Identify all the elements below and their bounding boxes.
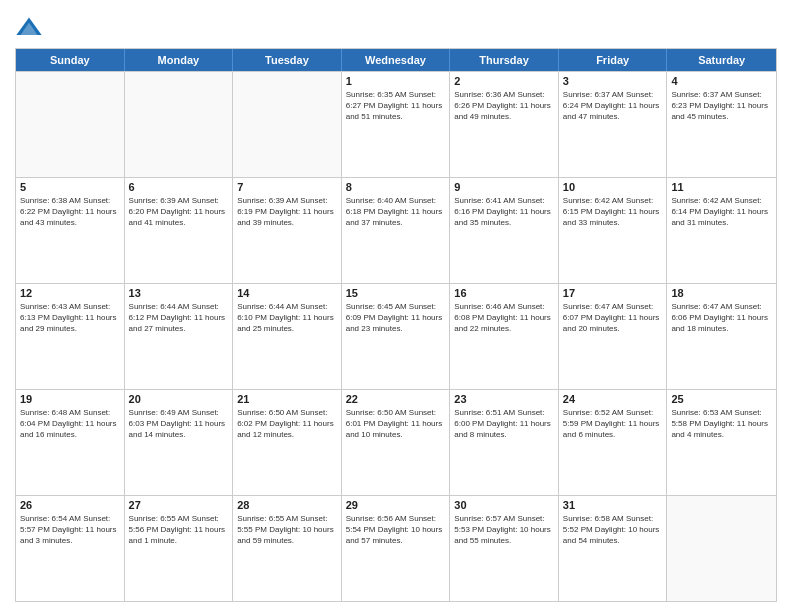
day-number: 1 bbox=[346, 75, 446, 87]
day-number: 4 bbox=[671, 75, 772, 87]
header-day-tuesday: Tuesday bbox=[233, 49, 342, 71]
day-number: 9 bbox=[454, 181, 554, 193]
day-number: 19 bbox=[20, 393, 120, 405]
day-cell-4: 4Sunrise: 6:37 AM Sunset: 6:23 PM Daylig… bbox=[667, 72, 776, 177]
logo-icon bbox=[15, 14, 43, 42]
day-cell-23: 23Sunrise: 6:51 AM Sunset: 6:00 PM Dayli… bbox=[450, 390, 559, 495]
day-number: 17 bbox=[563, 287, 663, 299]
day-info: Sunrise: 6:36 AM Sunset: 6:26 PM Dayligh… bbox=[454, 89, 554, 123]
header-day-saturday: Saturday bbox=[667, 49, 776, 71]
day-cell-22: 22Sunrise: 6:50 AM Sunset: 6:01 PM Dayli… bbox=[342, 390, 451, 495]
day-info: Sunrise: 6:50 AM Sunset: 6:01 PM Dayligh… bbox=[346, 407, 446, 441]
day-cell-17: 17Sunrise: 6:47 AM Sunset: 6:07 PM Dayli… bbox=[559, 284, 668, 389]
day-cell-31: 31Sunrise: 6:58 AM Sunset: 5:52 PM Dayli… bbox=[559, 496, 668, 601]
day-info: Sunrise: 6:39 AM Sunset: 6:20 PM Dayligh… bbox=[129, 195, 229, 229]
day-number: 30 bbox=[454, 499, 554, 511]
day-number: 13 bbox=[129, 287, 229, 299]
day-info: Sunrise: 6:42 AM Sunset: 6:15 PM Dayligh… bbox=[563, 195, 663, 229]
day-cell-8: 8Sunrise: 6:40 AM Sunset: 6:18 PM Daylig… bbox=[342, 178, 451, 283]
header bbox=[15, 10, 777, 42]
day-info: Sunrise: 6:39 AM Sunset: 6:19 PM Dayligh… bbox=[237, 195, 337, 229]
day-info: Sunrise: 6:37 AM Sunset: 6:24 PM Dayligh… bbox=[563, 89, 663, 123]
calendar-body: 1Sunrise: 6:35 AM Sunset: 6:27 PM Daylig… bbox=[16, 71, 776, 601]
day-info: Sunrise: 6:58 AM Sunset: 5:52 PM Dayligh… bbox=[563, 513, 663, 547]
day-cell-1: 1Sunrise: 6:35 AM Sunset: 6:27 PM Daylig… bbox=[342, 72, 451, 177]
day-info: Sunrise: 6:50 AM Sunset: 6:02 PM Dayligh… bbox=[237, 407, 337, 441]
header-day-wednesday: Wednesday bbox=[342, 49, 451, 71]
day-info: Sunrise: 6:47 AM Sunset: 6:07 PM Dayligh… bbox=[563, 301, 663, 335]
day-info: Sunrise: 6:44 AM Sunset: 6:12 PM Dayligh… bbox=[129, 301, 229, 335]
day-number: 29 bbox=[346, 499, 446, 511]
day-cell-27: 27Sunrise: 6:55 AM Sunset: 5:56 PM Dayli… bbox=[125, 496, 234, 601]
day-number: 8 bbox=[346, 181, 446, 193]
day-cell-25: 25Sunrise: 6:53 AM Sunset: 5:58 PM Dayli… bbox=[667, 390, 776, 495]
calendar-week-5: 26Sunrise: 6:54 AM Sunset: 5:57 PM Dayli… bbox=[16, 495, 776, 601]
day-cell-12: 12Sunrise: 6:43 AM Sunset: 6:13 PM Dayli… bbox=[16, 284, 125, 389]
day-info: Sunrise: 6:47 AM Sunset: 6:06 PM Dayligh… bbox=[671, 301, 772, 335]
day-number: 26 bbox=[20, 499, 120, 511]
day-info: Sunrise: 6:48 AM Sunset: 6:04 PM Dayligh… bbox=[20, 407, 120, 441]
day-cell-10: 10Sunrise: 6:42 AM Sunset: 6:15 PM Dayli… bbox=[559, 178, 668, 283]
day-cell-29: 29Sunrise: 6:56 AM Sunset: 5:54 PM Dayli… bbox=[342, 496, 451, 601]
day-info: Sunrise: 6:35 AM Sunset: 6:27 PM Dayligh… bbox=[346, 89, 446, 123]
day-cell-2: 2Sunrise: 6:36 AM Sunset: 6:26 PM Daylig… bbox=[450, 72, 559, 177]
day-number: 14 bbox=[237, 287, 337, 299]
calendar-week-4: 19Sunrise: 6:48 AM Sunset: 6:04 PM Dayli… bbox=[16, 389, 776, 495]
day-number: 28 bbox=[237, 499, 337, 511]
day-info: Sunrise: 6:40 AM Sunset: 6:18 PM Dayligh… bbox=[346, 195, 446, 229]
day-cell-9: 9Sunrise: 6:41 AM Sunset: 6:16 PM Daylig… bbox=[450, 178, 559, 283]
day-number: 22 bbox=[346, 393, 446, 405]
day-cell-16: 16Sunrise: 6:46 AM Sunset: 6:08 PM Dayli… bbox=[450, 284, 559, 389]
calendar-header: SundayMondayTuesdayWednesdayThursdayFrid… bbox=[16, 49, 776, 71]
day-number: 5 bbox=[20, 181, 120, 193]
day-cell-18: 18Sunrise: 6:47 AM Sunset: 6:06 PM Dayli… bbox=[667, 284, 776, 389]
calendar-week-2: 5Sunrise: 6:38 AM Sunset: 6:22 PM Daylig… bbox=[16, 177, 776, 283]
day-number: 6 bbox=[129, 181, 229, 193]
day-cell-15: 15Sunrise: 6:45 AM Sunset: 6:09 PM Dayli… bbox=[342, 284, 451, 389]
day-number: 7 bbox=[237, 181, 337, 193]
day-cell-5: 5Sunrise: 6:38 AM Sunset: 6:22 PM Daylig… bbox=[16, 178, 125, 283]
day-cell-7: 7Sunrise: 6:39 AM Sunset: 6:19 PM Daylig… bbox=[233, 178, 342, 283]
day-cell-empty bbox=[667, 496, 776, 601]
header-day-monday: Monday bbox=[125, 49, 234, 71]
day-info: Sunrise: 6:53 AM Sunset: 5:58 PM Dayligh… bbox=[671, 407, 772, 441]
day-info: Sunrise: 6:46 AM Sunset: 6:08 PM Dayligh… bbox=[454, 301, 554, 335]
day-number: 24 bbox=[563, 393, 663, 405]
day-cell-20: 20Sunrise: 6:49 AM Sunset: 6:03 PM Dayli… bbox=[125, 390, 234, 495]
day-cell-19: 19Sunrise: 6:48 AM Sunset: 6:04 PM Dayli… bbox=[16, 390, 125, 495]
day-info: Sunrise: 6:54 AM Sunset: 5:57 PM Dayligh… bbox=[20, 513, 120, 547]
day-cell-14: 14Sunrise: 6:44 AM Sunset: 6:10 PM Dayli… bbox=[233, 284, 342, 389]
day-number: 2 bbox=[454, 75, 554, 87]
day-number: 23 bbox=[454, 393, 554, 405]
day-info: Sunrise: 6:44 AM Sunset: 6:10 PM Dayligh… bbox=[237, 301, 337, 335]
header-day-thursday: Thursday bbox=[450, 49, 559, 71]
day-cell-26: 26Sunrise: 6:54 AM Sunset: 5:57 PM Dayli… bbox=[16, 496, 125, 601]
day-info: Sunrise: 6:37 AM Sunset: 6:23 PM Dayligh… bbox=[671, 89, 772, 123]
day-info: Sunrise: 6:55 AM Sunset: 5:55 PM Dayligh… bbox=[237, 513, 337, 547]
day-cell-21: 21Sunrise: 6:50 AM Sunset: 6:02 PM Dayli… bbox=[233, 390, 342, 495]
day-info: Sunrise: 6:49 AM Sunset: 6:03 PM Dayligh… bbox=[129, 407, 229, 441]
day-info: Sunrise: 6:45 AM Sunset: 6:09 PM Dayligh… bbox=[346, 301, 446, 335]
day-info: Sunrise: 6:57 AM Sunset: 5:53 PM Dayligh… bbox=[454, 513, 554, 547]
day-cell-empty bbox=[16, 72, 125, 177]
day-number: 31 bbox=[563, 499, 663, 511]
calendar-week-3: 12Sunrise: 6:43 AM Sunset: 6:13 PM Dayli… bbox=[16, 283, 776, 389]
day-number: 12 bbox=[20, 287, 120, 299]
day-number: 20 bbox=[129, 393, 229, 405]
day-cell-11: 11Sunrise: 6:42 AM Sunset: 6:14 PM Dayli… bbox=[667, 178, 776, 283]
day-info: Sunrise: 6:56 AM Sunset: 5:54 PM Dayligh… bbox=[346, 513, 446, 547]
day-info: Sunrise: 6:55 AM Sunset: 5:56 PM Dayligh… bbox=[129, 513, 229, 547]
day-cell-empty bbox=[125, 72, 234, 177]
day-cell-24: 24Sunrise: 6:52 AM Sunset: 5:59 PM Dayli… bbox=[559, 390, 668, 495]
day-info: Sunrise: 6:38 AM Sunset: 6:22 PM Dayligh… bbox=[20, 195, 120, 229]
day-cell-3: 3Sunrise: 6:37 AM Sunset: 6:24 PM Daylig… bbox=[559, 72, 668, 177]
day-number: 3 bbox=[563, 75, 663, 87]
calendar-week-1: 1Sunrise: 6:35 AM Sunset: 6:27 PM Daylig… bbox=[16, 71, 776, 177]
day-number: 11 bbox=[671, 181, 772, 193]
day-number: 15 bbox=[346, 287, 446, 299]
day-info: Sunrise: 6:52 AM Sunset: 5:59 PM Dayligh… bbox=[563, 407, 663, 441]
calendar: SundayMondayTuesdayWednesdayThursdayFrid… bbox=[15, 48, 777, 602]
day-info: Sunrise: 6:43 AM Sunset: 6:13 PM Dayligh… bbox=[20, 301, 120, 335]
day-cell-13: 13Sunrise: 6:44 AM Sunset: 6:12 PM Dayli… bbox=[125, 284, 234, 389]
day-number: 18 bbox=[671, 287, 772, 299]
